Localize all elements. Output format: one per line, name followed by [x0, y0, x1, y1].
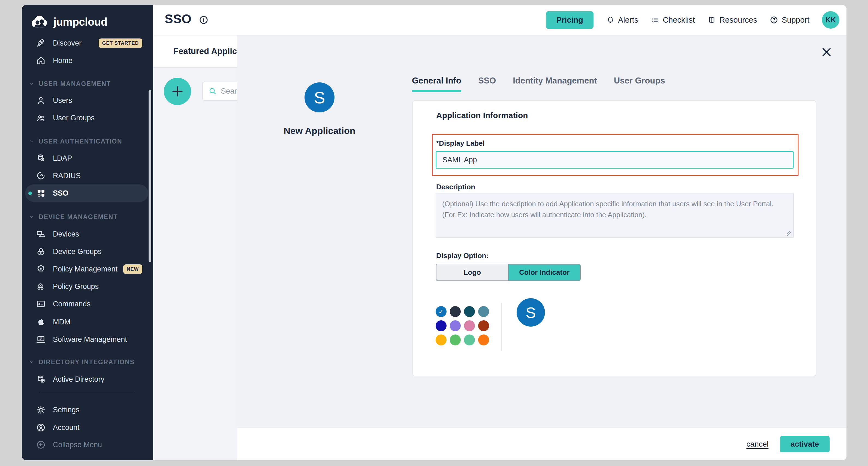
checklist-button[interactable]: Checklist [651, 16, 695, 25]
terminal-icon [36, 299, 46, 309]
support-button[interactable]: Support [770, 16, 809, 25]
database-clock-icon [36, 153, 46, 163]
topbar: SSO Pricing Alerts Checklist Resources S… [153, 5, 846, 35]
tab-user-groups[interactable]: User Groups [614, 76, 665, 92]
description-label: Description [436, 183, 475, 191]
sidebar-item-settings[interactable]: Settings [22, 401, 153, 418]
home-icon [36, 56, 46, 65]
modal-footer: cancel activate [237, 427, 846, 460]
sidebar-item-radius[interactable]: RADIUS [22, 167, 153, 184]
users-icon [36, 113, 46, 123]
pricing-button[interactable]: Pricing [546, 11, 593, 29]
laptop-apps-icon [36, 334, 46, 344]
section-header-user-authentication[interactable]: USER AUTHENTICATION [22, 135, 153, 148]
color-swatch[interactable] [478, 334, 489, 345]
section-header-directory-integrations[interactable]: DIRECTORY INTEGRATIONS [22, 355, 153, 369]
add-application-button[interactable] [164, 78, 191, 105]
sidebar-item-policy-management[interactable]: Policy Management NEW [22, 260, 153, 278]
chevron-down-icon [29, 139, 34, 144]
color-indicator-option[interactable]: Color Indicator [509, 264, 580, 281]
search-icon [208, 87, 217, 95]
application-name: New Application [251, 125, 388, 136]
sidebar-divider [39, 392, 135, 392]
logo-option[interactable]: Logo [436, 264, 509, 281]
tab-sso[interactable]: SSO [478, 76, 496, 92]
sidebar-item-active-directory[interactable]: Active Directory [22, 371, 153, 388]
color-swatch[interactable] [464, 320, 475, 331]
chevron-down-icon [29, 81, 34, 86]
description-textarea[interactable] [436, 193, 794, 238]
rocket-icon [36, 38, 46, 48]
collapse-arrow-icon [36, 440, 46, 449]
sidebar-item-account[interactable]: Account [22, 419, 153, 436]
sidebar-item-commands[interactable]: Commands [22, 295, 153, 313]
swatch-preview-divider [501, 303, 502, 351]
color-swatch[interactable] [450, 334, 461, 345]
info-icon[interactable] [198, 14, 209, 25]
user-avatar[interactable]: KK [822, 11, 839, 29]
logo-wordmark: jumpcloud [54, 16, 107, 28]
sidebar-item-label: Discover [53, 39, 82, 48]
sidebar-item-users[interactable]: Users [22, 92, 153, 109]
display-option-label: Display Option: [436, 252, 489, 260]
color-swatch-grid: ✓ [436, 306, 489, 345]
database-windows-icon [36, 374, 46, 384]
textarea-resize-handle[interactable] [787, 231, 792, 236]
application-avatar: S [305, 82, 335, 112]
color-swatch[interactable] [450, 306, 461, 317]
cloud-logo-icon [30, 14, 51, 29]
bell-icon [606, 16, 615, 24]
jumpcloud-logo[interactable]: jumpcloud [30, 14, 107, 29]
sidebar-item-policy-groups[interactable]: Policy Groups [22, 278, 153, 295]
apple-icon [36, 317, 46, 327]
color-swatch[interactable] [478, 306, 489, 317]
color-swatch[interactable] [464, 306, 475, 317]
section-header-device-management[interactable]: DEVICE MANAGEMENT [22, 210, 153, 224]
tab-general-info[interactable]: General Info [412, 76, 461, 92]
alerts-button[interactable]: Alerts [606, 16, 638, 25]
display-label-label: *Display Label [436, 139, 485, 148]
checklist-icon [651, 16, 659, 24]
sidebar-item-collapse-menu[interactable]: Collapse Menu [22, 436, 153, 454]
cancel-button[interactable]: cancel [746, 440, 769, 448]
display-label-input[interactable] [436, 151, 794, 169]
section-header-user-management[interactable]: USER MANAGEMENT [22, 77, 153, 91]
modal-tabs: General Info SSO Identity Management Use… [412, 76, 665, 92]
policy-target-icon [36, 264, 46, 274]
sidebar-item-discover[interactable]: Discover GET STARTED [22, 34, 153, 52]
policy-groups-icon [36, 282, 46, 291]
help-icon [770, 16, 778, 24]
book-icon [707, 16, 716, 24]
color-swatch[interactable] [436, 334, 446, 345]
gear-icon [36, 405, 46, 415]
close-icon[interactable] [819, 45, 834, 60]
topbar-actions: Pricing Alerts Checklist Resources Suppo… [546, 5, 839, 35]
check-icon: ✓ [438, 308, 444, 315]
chevron-down-icon [29, 359, 34, 365]
sidebar-item-devices[interactable]: Devices [22, 225, 153, 243]
get-started-badge: GET STARTED [99, 38, 142, 48]
sidebar-item-label: Home [53, 56, 72, 65]
sidebar: jumpcloud Discover GET STARTED Home USER… [22, 5, 153, 460]
color-swatch-selected[interactable]: ✓ [436, 306, 446, 317]
sidebar-item-ldap[interactable]: LDAP [22, 149, 153, 167]
activate-button[interactable]: activate [780, 436, 830, 453]
page-title: SSO [165, 11, 192, 26]
sidebar-item-software-management[interactable]: Software Management [22, 331, 153, 348]
sidebar-item-sso[interactable]: SSO [22, 184, 153, 202]
sidebar-item-user-groups[interactable]: User Groups [22, 109, 153, 126]
color-swatch[interactable] [464, 334, 475, 345]
tab-identity-management[interactable]: Identity Management [513, 76, 597, 92]
sidebar-scrollbar[interactable] [149, 90, 151, 262]
color-swatch[interactable] [450, 320, 461, 331]
color-swatch[interactable] [436, 320, 446, 331]
devices-icon [36, 229, 46, 239]
sidebar-item-device-groups[interactable]: Device Groups [22, 243, 153, 260]
sidebar-item-home[interactable]: Home [22, 52, 153, 69]
sidebar-item-mdm[interactable]: MDM [22, 313, 153, 331]
venn-circles-icon [36, 246, 46, 257]
resources-button[interactable]: Resources [707, 16, 757, 25]
grid-icon [36, 188, 46, 198]
card-title: Application Information [436, 111, 528, 120]
color-swatch[interactable] [478, 320, 489, 331]
